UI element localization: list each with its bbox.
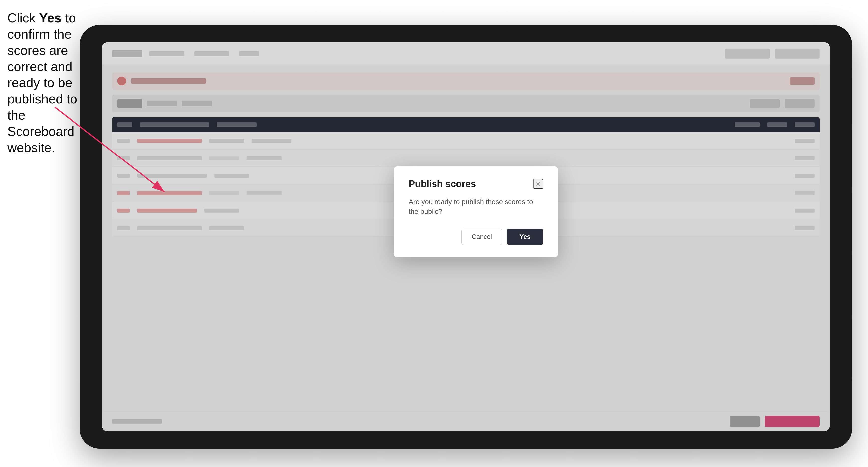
modal-close-button[interactable]: × xyxy=(533,179,543,189)
instruction-text: Click Yes to confirm the scores are corr… xyxy=(7,10,80,156)
modal-overlay: Publish scores × Are you ready to publis… xyxy=(102,42,830,431)
modal-title: Publish scores xyxy=(409,179,476,189)
yes-button[interactable]: Yes xyxy=(507,229,543,245)
modal-footer: Cancel Yes xyxy=(409,229,543,245)
cancel-button[interactable]: Cancel xyxy=(461,229,502,245)
publish-scores-modal: Publish scores × Are you ready to publis… xyxy=(394,166,558,257)
instruction-bold: Yes xyxy=(39,11,62,25)
modal-body-text: Are you ready to publish these scores to… xyxy=(409,197,543,216)
tablet-screen: Publish scores × Are you ready to publis… xyxy=(102,42,830,431)
modal-header: Publish scores × xyxy=(409,179,543,189)
tablet-device: Publish scores × Are you ready to publis… xyxy=(80,25,852,448)
